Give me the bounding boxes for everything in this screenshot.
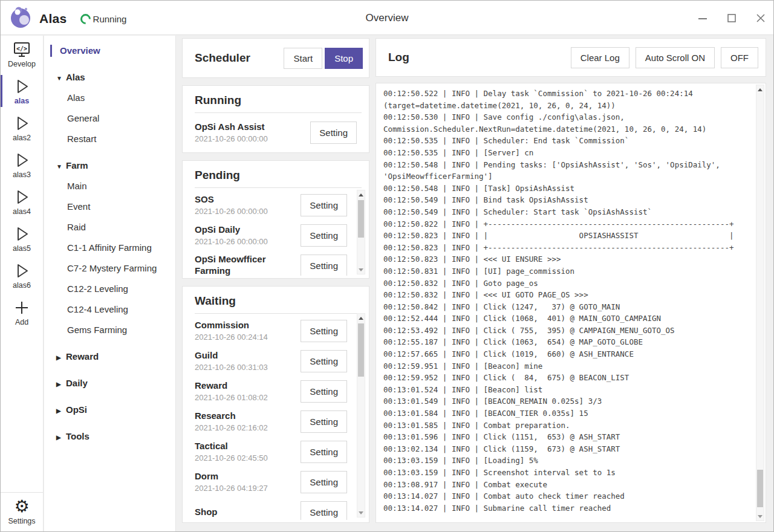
nav-item-c12-2-leveling[interactable]: C12-2 Leveling	[44, 279, 175, 299]
nav-item-general[interactable]: General	[44, 108, 175, 129]
log-output[interactable]: 00:12:50.522 | INFO | Delay task `Commis…	[376, 83, 756, 522]
nav-item-overview[interactable]: Overview	[44, 41, 175, 61]
rail-item-label: alas4	[13, 207, 31, 216]
nav-group-label: OpSi	[66, 404, 87, 415]
scroll-down-icon[interactable]	[357, 265, 365, 274]
active-indicator	[50, 45, 52, 57]
rail-item-label: alas6	[13, 281, 31, 290]
log-line: 00:13:02.134 | INFO | Click (1159, 673) …	[383, 443, 756, 455]
setting-button[interactable]: Setting	[310, 122, 357, 144]
log-line: 00:12:53.492 | INFO | Click ( 755, 395) …	[383, 325, 756, 337]
auto-scroll-off-button[interactable]: OFF	[721, 47, 758, 68]
log-line: 00:12:50.548 | INFO | [Task] OpsiAshAssi…	[383, 183, 756, 195]
scroll-up-icon[interactable]	[357, 314, 365, 322]
close-icon[interactable]	[754, 11, 767, 25]
waiting-scrollbar[interactable]	[357, 313, 365, 517]
scrollbar-thumb[interactable]	[358, 323, 364, 377]
rail-item-label: alas3	[13, 170, 31, 179]
caret-right-icon: ▶	[56, 427, 66, 448]
log-scrollbar[interactable]	[756, 85, 764, 521]
waiting-panel: Waiting Commission2021-10-26 00:24:14Set…	[182, 286, 369, 523]
sidebar-item-alas3[interactable]: alas3	[1, 146, 43, 183]
pending-panel: Pending SOS2021-10-26 00:00:00SettingOpS…	[182, 160, 369, 279]
nav-item-raid[interactable]: Raid	[44, 217, 175, 238]
log-line: 00:12:50.535 | INFO | Scheduler: End tas…	[383, 135, 756, 147]
setting-button[interactable]: Setting	[301, 380, 347, 403]
running-panel: Running OpSi Ash Assist2021-10-26 00:00:…	[182, 85, 369, 153]
running-title: Running	[195, 94, 241, 106]
task-name: OpSi Meowfficer Farming	[195, 253, 298, 276]
log-line: 00:13:01.584 | INFO | [BEACON_TIER 0.035…	[383, 407, 756, 420]
sidebar-item-alas4[interactable]: alas4	[1, 183, 43, 220]
nav-item-event[interactable]: Event	[44, 196, 175, 217]
task-row: OpSi Ash Assist2021-10-26 00:00:00Settin…	[195, 117, 357, 148]
caret-right-icon: ▶	[56, 374, 66, 395]
sidebar-item-alas6[interactable]: alas6	[1, 257, 43, 294]
nav-group-reward[interactable]: ▶Reward	[44, 346, 175, 367]
maximize-icon[interactable]	[725, 11, 738, 25]
scheduler-title: Scheduler	[195, 51, 250, 65]
nav-group-opsi[interactable]: ▶OpSi	[44, 400, 175, 420]
task-row: Tactical2021-10-26 02:45:50Setting	[195, 436, 347, 467]
sidebar-item-add[interactable]: Add	[1, 294, 43, 331]
sidebar-item-alas[interactable]: alas	[1, 73, 43, 109]
auto-scroll-on-button[interactable]: Auto Scroll ON	[636, 47, 715, 68]
log-line: 00:13:14.027 | INFO | Combat auto check …	[383, 490, 756, 502]
nav-item-c7-2-mystery-farming[interactable]: C7-2 Mystery Farming	[44, 258, 175, 279]
task-name: Shop	[195, 506, 298, 517]
task-time: 2021-10-26 00:00:00	[195, 134, 298, 144]
sidebar-item-settings[interactable]: ⚙ Settings	[1, 492, 43, 531]
setting-button[interactable]: Setting	[301, 255, 347, 276]
scrollbar-thumb[interactable]	[358, 200, 364, 238]
minimize-icon[interactable]	[696, 11, 709, 25]
sidebar-item-alas2[interactable]: alas2	[1, 109, 43, 146]
nav-item-main[interactable]: Main	[44, 176, 175, 196]
nav-group-label: Reward	[66, 351, 99, 362]
setting-button[interactable]: Setting	[301, 501, 347, 521]
sidebar-item-alas5[interactable]: alas5	[1, 220, 43, 257]
setting-button[interactable]: Setting	[301, 224, 347, 247]
nav-group-farm[interactable]: ▼Farm	[44, 155, 175, 176]
task-info: Tactical2021-10-26 02:45:50	[195, 440, 298, 464]
setting-button[interactable]: Setting	[301, 471, 347, 493]
nav-item-label: C12-2 Leveling	[67, 284, 128, 294]
task-info: SOS2021-10-26 00:00:00	[195, 193, 298, 217]
status-text: Running	[93, 14, 127, 24]
nav-item-alas[interactable]: Alas	[44, 88, 175, 108]
scroll-up-icon[interactable]	[357, 190, 365, 199]
scrollbar-thumb[interactable]	[757, 470, 763, 507]
nav-item-label: Gems Farming	[67, 325, 127, 335]
setting-button[interactable]: Setting	[301, 410, 347, 433]
nav-item-restart[interactable]: Restart	[44, 129, 175, 149]
start-button[interactable]: Start	[284, 48, 322, 69]
scroll-down-icon[interactable]	[756, 512, 764, 521]
title-bar: Overview Alas Running	[1, 1, 773, 35]
setting-button[interactable]: Setting	[301, 350, 347, 372]
nav-item-c1-1-affinity-farming[interactable]: C1-1 Affinity Farming	[44, 238, 175, 258]
task-time: 2021-10-26 00:31:03	[195, 362, 298, 373]
setting-button[interactable]: Setting	[301, 320, 347, 342]
setting-button[interactable]: Setting	[301, 194, 347, 216]
scroll-down-icon[interactable]	[357, 508, 365, 517]
task-time: 2021-10-26 00:00:00	[195, 206, 298, 217]
log-line: 00:12:50.530 | INFO | Save config ./conf…	[383, 111, 756, 123]
nav-item-label: C7-2 Mystery Farming	[67, 263, 157, 273]
scroll-up-icon[interactable]	[756, 85, 764, 94]
nav-item-label: General	[67, 113, 99, 123]
nav-item-c12-4-leveling[interactable]: C12-4 Leveling	[44, 299, 175, 320]
rail-item-label: alas	[15, 97, 29, 105]
setting-button[interactable]: Setting	[301, 441, 347, 463]
pending-scrollbar[interactable]	[357, 190, 365, 274]
nav-item-gems-farming[interactable]: Gems Farming	[44, 320, 175, 340]
task-info: OpSi Meowfficer Farming	[195, 253, 298, 276]
log-line: 00:12:50.832 | INFO | Goto page_os	[383, 277, 756, 290]
sidebar-item-develop[interactable]: </>Develop	[1, 36, 43, 73]
stop-button[interactable]: Stop	[325, 48, 363, 69]
nav-group-daily[interactable]: ▶Daily	[44, 373, 175, 394]
rail-item-label: Add	[15, 318, 28, 326]
clear-log-button[interactable]: Clear Log	[571, 47, 629, 68]
nav-group-tools[interactable]: ▶Tools	[44, 426, 175, 447]
log-line: 00:12:50.832 | INFO | <<< UI GOTO PAGE_O…	[383, 289, 756, 301]
log-line: 00:12:50.535 | INFO | [Server] cn	[383, 147, 756, 159]
nav-group-alas[interactable]: ▼Alas	[44, 67, 175, 88]
